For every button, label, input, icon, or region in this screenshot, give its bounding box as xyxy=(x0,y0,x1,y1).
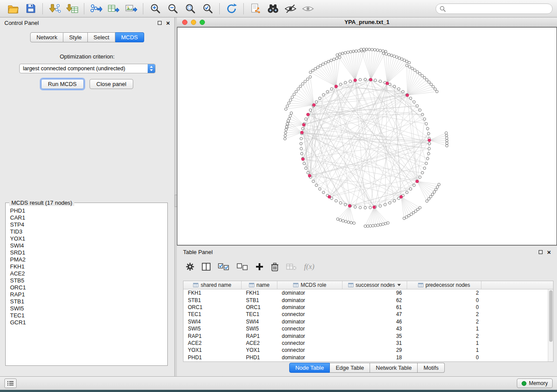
table-settings-button[interactable] xyxy=(186,262,194,271)
close-window-icon[interactable] xyxy=(182,20,187,25)
mcds-result-item[interactable]: RAP1 xyxy=(10,291,167,298)
tab-motifs[interactable]: Motifs xyxy=(418,363,445,373)
mcds-result-item[interactable]: TID3 xyxy=(10,228,167,235)
create-column-button[interactable] xyxy=(256,263,263,271)
tab-network-table[interactable]: Network Table xyxy=(370,363,418,373)
document-network-button[interactable] xyxy=(247,1,264,16)
criterion-dropdown[interactable]: largest connected component (undirected) xyxy=(19,64,156,73)
hide-details-button[interactable] xyxy=(282,1,299,16)
node-table-header: shared name name MCDS role successor nod… xyxy=(183,281,553,289)
table-row[interactable]: SWI4 SWI4 dominator 46 2 xyxy=(183,318,548,325)
mcds-result-item[interactable]: PMA2 xyxy=(10,256,167,263)
close-panel-button[interactable]: Close panel xyxy=(90,79,134,89)
mcds-result-item[interactable]: STB1 xyxy=(10,298,167,305)
table-delete-icon xyxy=(286,263,297,271)
criterion-dropdown-stepper[interactable] xyxy=(148,64,155,73)
tab-node-table[interactable]: Node Table xyxy=(289,363,330,373)
delete-column-button[interactable] xyxy=(271,262,279,272)
mcds-result-item[interactable]: GCR1 xyxy=(10,319,167,326)
tab-network[interactable]: Network xyxy=(30,32,63,42)
table-row[interactable]: PHD1 PHD1 dominator 18 0 xyxy=(183,354,548,361)
tab-mcds[interactable]: MCDS xyxy=(115,32,144,42)
network-canvas[interactable] xyxy=(177,27,557,245)
column-header-name[interactable]: name xyxy=(242,281,277,289)
network-canvas-svg[interactable] xyxy=(177,28,557,245)
table-cell: 61 xyxy=(343,304,407,310)
mcds-result-item[interactable]: SRD1 xyxy=(10,249,167,256)
table-row[interactable]: ACE2 ACE2 connector 31 1 xyxy=(183,340,548,347)
table-cell: 62 xyxy=(343,297,407,303)
mcds-result-item[interactable]: SWI4 xyxy=(10,242,167,249)
import-table-button[interactable] xyxy=(63,1,81,16)
mcds-result-item[interactable]: ORC1 xyxy=(10,284,167,291)
mcds-result-item[interactable]: SWI5 xyxy=(10,305,167,312)
column-header-shared-name[interactable]: shared name xyxy=(183,281,242,289)
column-header-mcds-role[interactable]: MCDS role xyxy=(277,281,343,289)
search-field[interactable] xyxy=(436,3,553,14)
maximize-window-icon[interactable] xyxy=(200,20,205,25)
table-cell: 2 xyxy=(407,290,481,296)
zoom-selected-button[interactable] xyxy=(199,1,216,16)
function-builder-button[interactable]: f(x) xyxy=(304,262,315,271)
delete-table-button[interactable] xyxy=(286,263,297,271)
mcds-result-item[interactable]: TEC1 xyxy=(10,312,167,319)
open-session-button[interactable] xyxy=(4,1,22,16)
table-cell: 31 xyxy=(343,340,407,346)
table-row[interactable]: SWI5 SWI5 connector 43 1 xyxy=(183,325,548,332)
run-mcds-button[interactable]: Run MCDS xyxy=(41,79,84,89)
deselect-all-columns-button[interactable] xyxy=(237,263,248,271)
select-all-columns-button[interactable] xyxy=(218,263,229,271)
show-columns-button[interactable] xyxy=(202,263,211,271)
column-header-successor-nodes[interactable]: successor nodes xyxy=(343,281,407,289)
table-scrollbar-thumb[interactable] xyxy=(549,290,553,342)
mcds-result-item[interactable]: YOX1 xyxy=(10,235,167,242)
tab-edge-table[interactable]: Edge Table xyxy=(330,363,370,373)
network-window-titlebar[interactable]: YPA_prune.txt_1 xyxy=(177,17,557,27)
export-image-icon xyxy=(125,3,137,14)
mcds-result-item[interactable]: STB5 xyxy=(10,277,167,284)
toolbar-separator xyxy=(243,3,244,14)
mcds-result-list[interactable]: PHD1CAR1STP4TID3YOX1SWI4SRD1PMA2FKH1ACE2… xyxy=(6,203,167,326)
close-table-panel-icon[interactable]: × xyxy=(547,249,551,255)
table-row[interactable]: ORC1 ORC1 dominator 61 0 xyxy=(183,304,548,311)
zoom-fit-button[interactable] xyxy=(181,1,199,16)
mcds-result-item[interactable]: FKH1 xyxy=(10,263,167,270)
memory-button[interactable]: Memory xyxy=(517,378,553,388)
zoom-out-button[interactable] xyxy=(164,1,181,16)
mcds-result-item[interactable]: CAR1 xyxy=(10,214,167,221)
table-panel-header: Table Panel × xyxy=(177,246,557,258)
mcds-result-item[interactable]: STP4 xyxy=(10,221,167,228)
float-table-panel-icon[interactable] xyxy=(539,250,543,254)
tab-style[interactable]: Style xyxy=(63,32,88,42)
tab-select[interactable]: Select xyxy=(88,32,115,42)
export-image-button[interactable] xyxy=(122,1,140,16)
float-panel-icon[interactable] xyxy=(158,21,162,25)
mcds-result-item[interactable]: PHD1 xyxy=(10,207,167,214)
column-header-predecessor-nodes[interactable]: predecessor nodes xyxy=(407,281,481,289)
save-icon xyxy=(26,3,36,14)
refresh-button[interactable] xyxy=(223,1,240,16)
network-window-title: YPA_prune.txt_1 xyxy=(344,19,389,25)
find-button[interactable] xyxy=(264,1,282,16)
toolbar-separator xyxy=(84,3,84,14)
show-details-button[interactable] xyxy=(299,1,317,16)
table-cell: 1 xyxy=(407,347,481,353)
export-table-button[interactable] xyxy=(105,1,122,16)
table-row[interactable]: TEC1 TEC1 connector 47 2 xyxy=(183,311,548,318)
table-row[interactable]: YOX1 YOX1 connector 29 1 xyxy=(183,347,548,354)
table-row[interactable]: RAP1 RAP1 dominator 35 2 xyxy=(183,332,548,339)
export-network-button[interactable] xyxy=(87,1,105,16)
table-cell: TEC1 xyxy=(183,311,242,317)
mcds-result-item[interactable]: ACE2 xyxy=(10,270,167,277)
table-tab-bar: Node Table Edge Table Network Table Moti… xyxy=(289,363,445,373)
table-row[interactable]: FKH1 FKH1 dominator 96 2 xyxy=(183,289,548,296)
save-session-button[interactable] xyxy=(22,1,39,16)
show-panel-list-button[interactable] xyxy=(4,378,17,388)
import-network-button[interactable] xyxy=(46,1,63,16)
zoom-in-button[interactable] xyxy=(146,1,164,16)
table-scrollbar[interactable] xyxy=(548,289,553,361)
search-input[interactable] xyxy=(446,4,552,13)
close-panel-icon[interactable]: × xyxy=(166,20,170,26)
table-row[interactable]: STB1 STB1 dominator 62 0 xyxy=(183,296,548,303)
minimize-window-icon[interactable] xyxy=(191,20,196,25)
